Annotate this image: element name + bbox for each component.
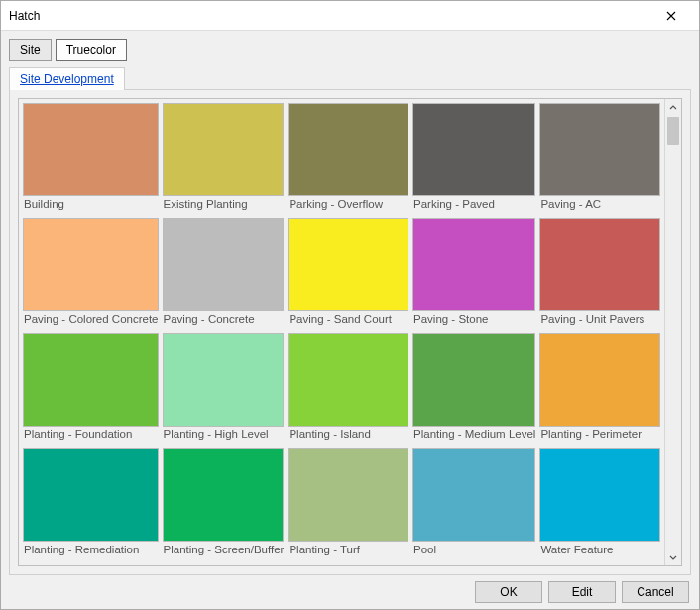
- swatch-label: Planting - Screen/Buffer: [163, 544, 285, 559]
- swatch-label: Parking - Overflow: [288, 198, 408, 214]
- swatch-cell[interactable]: Building: [23, 103, 159, 214]
- hatch-dialog: Hatch Site Truecolor Site Development Bu…: [0, 0, 700, 610]
- swatch-color[interactable]: [288, 333, 408, 427]
- swatch-color[interactable]: [163, 218, 285, 311]
- swatch-label: Paving - Stone: [412, 313, 535, 329]
- swatch-grid: BuildingExisting PlantingParking - Overf…: [23, 103, 660, 559]
- dialog-footer: OK Edit Cancel: [9, 575, 691, 603]
- swatch-cell[interactable]: Paving - Concrete: [163, 218, 285, 329]
- swatch-cell[interactable]: Parking - Paved: [412, 103, 535, 214]
- swatch-label: Planting - Island: [288, 428, 408, 444]
- swatch-cell[interactable]: Paving - Stone: [412, 218, 535, 329]
- swatch-label: Planting - Turf: [288, 544, 408, 559]
- ok-button[interactable]: OK: [475, 581, 542, 603]
- swatch-color[interactable]: [539, 448, 660, 542]
- swatch-cell[interactable]: Planting - Island: [288, 333, 408, 444]
- titlebar: Hatch: [1, 1, 699, 31]
- swatch-label: Planting - High Level: [163, 428, 285, 444]
- swatch-color[interactable]: [539, 218, 660, 311]
- swatch-cell[interactable]: Parking - Overflow: [288, 103, 408, 214]
- swatch-cell[interactable]: Planting - Perimeter: [539, 333, 660, 444]
- swatch-cell[interactable]: Paving - Unit Pavers: [539, 218, 660, 329]
- close-icon: [666, 11, 676, 21]
- swatch-cell[interactable]: Paving - AC: [539, 103, 660, 214]
- swatch-cell[interactable]: Planting - Screen/Buffer: [163, 448, 285, 559]
- swatch-color[interactable]: [288, 448, 408, 542]
- swatch-cell[interactable]: Existing Planting: [163, 103, 285, 214]
- swatch-label: Planting - Remediation: [23, 544, 159, 559]
- swatch-label: Planting - Medium Level: [412, 428, 535, 444]
- swatch-color[interactable]: [163, 448, 285, 542]
- swatch-cell[interactable]: Planting - Medium Level: [412, 333, 535, 444]
- scroll-host: BuildingExisting PlantingParking - Overf…: [18, 98, 682, 566]
- swatch-label: Existing Planting: [163, 198, 285, 214]
- chevron-down-icon: [669, 553, 677, 561]
- subtab-site-development[interactable]: Site Development: [9, 67, 125, 90]
- swatch-label: Paving - Concrete: [163, 313, 285, 329]
- swatch-color[interactable]: [412, 103, 535, 196]
- chevron-up-icon: [669, 104, 677, 112]
- sub-tab-row: Site Development: [9, 66, 691, 89]
- swatch-cell[interactable]: Water Feature: [539, 448, 660, 559]
- swatch-color[interactable]: [539, 103, 660, 196]
- swatch-color[interactable]: [23, 103, 159, 196]
- swatch-color[interactable]: [23, 218, 159, 311]
- scrollbar-thumb[interactable]: [667, 117, 679, 145]
- top-tab-row: Site Truecolor: [9, 39, 691, 61]
- tab-truecolor[interactable]: Truecolor: [56, 39, 127, 61]
- swatch-cell[interactable]: Planting - Foundation: [23, 333, 159, 444]
- swatch-cell[interactable]: Planting - Turf: [288, 448, 408, 559]
- swatch-color[interactable]: [412, 448, 535, 542]
- swatch-label: Planting - Perimeter: [539, 428, 660, 444]
- client-area: Site Truecolor Site Development Building…: [1, 31, 699, 609]
- tab-site[interactable]: Site: [9, 39, 52, 61]
- swatch-cell[interactable]: Pool: [412, 448, 535, 559]
- scroll-up-arrow[interactable]: [665, 99, 681, 116]
- swatch-label: Building: [23, 198, 159, 214]
- swatch-color[interactable]: [23, 333, 159, 427]
- swatch-cell[interactable]: Paving - Sand Court: [288, 218, 408, 329]
- swatch-color[interactable]: [163, 103, 285, 196]
- swatch-color[interactable]: [288, 218, 408, 311]
- swatch-cell[interactable]: Planting - High Level: [163, 333, 285, 444]
- swatch-label: Water Feature: [539, 544, 660, 559]
- swatch-color[interactable]: [412, 218, 535, 311]
- swatch-label: Paving - Unit Pavers: [539, 313, 660, 329]
- swatch-label: Paving - AC: [539, 198, 660, 214]
- edit-button[interactable]: Edit: [548, 581, 616, 603]
- swatch-cell[interactable]: Planting - Remediation: [23, 448, 159, 559]
- swatch-color[interactable]: [23, 448, 159, 542]
- swatch-color[interactable]: [288, 103, 408, 196]
- swatch-area: BuildingExisting PlantingParking - Overf…: [19, 99, 664, 565]
- cancel-button[interactable]: Cancel: [622, 581, 689, 603]
- swatch-label: Paving - Colored Concrete: [23, 313, 159, 329]
- swatch-label: Paving - Sand Court: [288, 313, 408, 329]
- scroll-down-arrow[interactable]: [665, 549, 681, 565]
- swatch-label: Parking - Paved: [412, 198, 535, 214]
- vertical-scrollbar[interactable]: [664, 99, 681, 565]
- swatch-panel: BuildingExisting PlantingParking - Overf…: [9, 89, 691, 575]
- swatch-color[interactable]: [412, 333, 535, 427]
- swatch-color[interactable]: [163, 333, 285, 427]
- close-button[interactable]: [651, 2, 691, 30]
- swatch-label: Pool: [412, 544, 535, 559]
- window-title: Hatch: [9, 9, 40, 23]
- swatch-color[interactable]: [539, 333, 660, 427]
- swatch-label: Planting - Foundation: [23, 428, 159, 444]
- swatch-cell[interactable]: Paving - Colored Concrete: [23, 218, 159, 329]
- subtab-link[interactable]: Site Development: [20, 72, 114, 86]
